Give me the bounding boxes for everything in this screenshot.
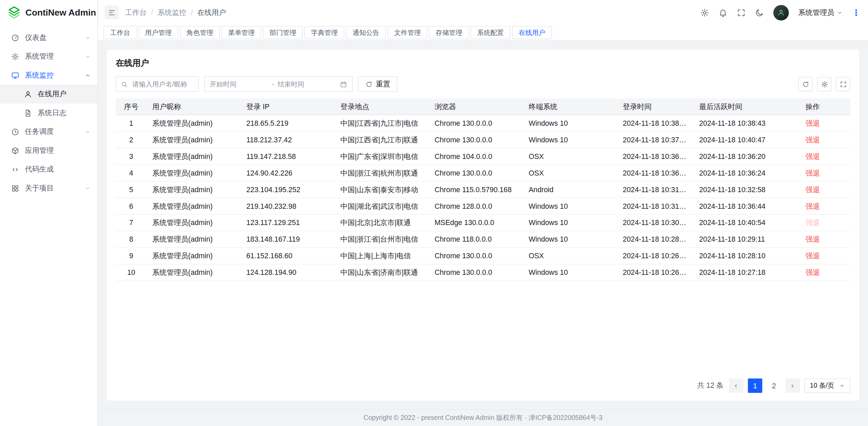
- sidebar-item-system-management[interactable]: 系统管理: [0, 47, 97, 66]
- sidebar-item-label: 代码生成: [25, 164, 54, 174]
- table-row: 9系统管理员(admin)61.152.168.60中国|上海|上海市|电信Ch…: [116, 248, 850, 264]
- login-location: 中国|上海|上海市|电信: [335, 248, 429, 264]
- settings-icon[interactable]: [700, 8, 709, 17]
- last-active-time: 2024-11-18 10:36:44: [694, 198, 800, 215]
- sidebar-item-about-project[interactable]: 关于项目: [0, 179, 97, 198]
- prev-page-button[interactable]: [729, 379, 743, 393]
- tab-9[interactable]: 系统配置: [471, 26, 511, 39]
- last-active-time: 2024-11-18 10:36:20: [694, 148, 800, 165]
- box-icon: [11, 146, 19, 155]
- tab-1[interactable]: 用户管理: [138, 26, 178, 39]
- table-settings-button[interactable]: [817, 77, 831, 91]
- breadcrumb: 工作台 / 系统监控 / 在线用户: [125, 7, 226, 17]
- table-row: 10系统管理员(admin)124.128.194.90中国|山东省|济南市|联…: [116, 264, 850, 281]
- chevron-icon: [85, 129, 91, 135]
- force-logout-link[interactable]: 强退: [806, 185, 820, 193]
- force-logout-link[interactable]: 强退: [806, 268, 820, 276]
- dark-mode-moon-icon[interactable]: [755, 8, 764, 17]
- date-range-picker[interactable]: 开始时间 - 结束时间: [204, 76, 353, 92]
- refresh-icon: [802, 81, 809, 88]
- os: OSX: [523, 248, 617, 264]
- sidebar-item-system-log[interactable]: 系统日志: [0, 103, 97, 122]
- user-nickname: 系统管理员(admin): [147, 165, 241, 181]
- force-logout-link[interactable]: 强退: [806, 251, 820, 260]
- tab-7[interactable]: 文件管理: [388, 26, 428, 39]
- user-nickname: 系统管理员(admin): [147, 131, 241, 148]
- user-nickname: 系统管理员(admin): [147, 198, 241, 215]
- code-icon: [11, 165, 19, 173]
- login-ip: 61.152.168.60: [241, 248, 335, 264]
- avatar[interactable]: [773, 5, 789, 20]
- tab-bar: 工作台用户管理角色管理菜单管理部门管理字典管理通知公告文件管理存储管理系统配置在…: [98, 25, 868, 41]
- row-index: 9: [116, 248, 146, 264]
- chevron-left-icon: [733, 383, 739, 389]
- table-row: 1系统管理员(admin)218.65.5.219中国|江西省|九江市|电信Ch…: [116, 115, 850, 131]
- login-time: 2024-11-18 10:30:47: [617, 215, 693, 231]
- table-fullscreen-button[interactable]: [836, 77, 850, 91]
- sidebar-item-task-schedule[interactable]: 任务调度: [0, 122, 97, 141]
- sidebar-item-code-generation[interactable]: 代码生成: [0, 160, 97, 179]
- tab-10[interactable]: 在线用户: [512, 26, 552, 39]
- search-icon: [121, 81, 128, 88]
- force-logout-link[interactable]: 强退: [806, 152, 820, 160]
- notification-bell-icon[interactable]: [718, 8, 727, 17]
- chevron-icon: [85, 185, 91, 191]
- force-logout-link[interactable]: 强退: [806, 135, 820, 143]
- pagination-total: 共 12 条: [697, 381, 724, 390]
- reset-button[interactable]: 重置: [358, 76, 397, 92]
- fullscreen-icon[interactable]: [737, 8, 746, 17]
- page-button-2[interactable]: 2: [767, 379, 781, 393]
- login-ip: 183.148.167.119: [241, 231, 335, 248]
- os: Windows 10: [523, 198, 617, 215]
- force-logout-link[interactable]: 强退: [806, 119, 820, 127]
- breadcrumb-item[interactable]: 系统监控: [158, 7, 186, 17]
- breadcrumb-item[interactable]: 工作台: [125, 7, 147, 17]
- login-location: 中国|广东省|深圳市|电信: [335, 148, 429, 165]
- sidebar-item-online-user[interactable]: 在线用户: [0, 85, 97, 104]
- app-logo[interactable]: ContiNew Admin: [0, 0, 97, 25]
- browser: Chrome 130.0.0.0: [429, 264, 523, 281]
- table-row: 8系统管理员(admin)183.148.167.119中国|浙江省|台州市|电…: [116, 231, 850, 248]
- sidebar-item-system-monitor[interactable]: 系统监控: [0, 66, 97, 85]
- sidebar-collapse-button[interactable]: [105, 5, 119, 19]
- tab-8[interactable]: 存储管理: [429, 26, 469, 39]
- page-title: 在线用户: [116, 58, 850, 68]
- force-logout-link[interactable]: 强退: [806, 235, 820, 243]
- login-location: 中国|山东省|泰安市|移动: [335, 181, 429, 198]
- continew-logo-icon: [7, 5, 21, 19]
- login-location: 中国|山东省|济南市|联通: [335, 264, 429, 281]
- tab-2[interactable]: 角色管理: [180, 26, 220, 39]
- table-row: 4系统管理员(admin)124.90.42.226中国|浙江省|杭州市|联通C…: [116, 165, 850, 181]
- table-refresh-button[interactable]: [798, 77, 812, 91]
- next-page-button[interactable]: [786, 379, 800, 393]
- clock-icon: [11, 127, 19, 136]
- page-size-select[interactable]: 10 条/页: [804, 379, 850, 393]
- force-logout-link[interactable]: 强退: [806, 168, 820, 177]
- tab-6[interactable]: 通知公告: [346, 26, 386, 39]
- tab-5[interactable]: 字典管理: [304, 26, 344, 39]
- login-ip: 123.117.129.251: [241, 215, 335, 231]
- user-menu[interactable]: 系统管理员: [798, 7, 843, 17]
- table-header-row: 序号用户昵称登录 IP登录地点浏览器终端系统登录时间最后活跃时间操作: [116, 99, 850, 115]
- page-button-1[interactable]: 1: [748, 379, 762, 393]
- calendar-icon: [340, 81, 347, 88]
- chevron-right-icon: [790, 383, 796, 389]
- row-index: 3: [116, 148, 146, 165]
- login-time: 2024-11-18 10:26:44: [617, 248, 693, 264]
- user-nickname: 系统管理员(admin): [147, 115, 241, 131]
- browser: Chrome 130.0.0.0: [429, 248, 523, 264]
- tab-4[interactable]: 部门管理: [263, 26, 303, 39]
- gear-icon: [11, 52, 19, 60]
- last-active-time: 2024-11-18 10:40:54: [694, 215, 800, 231]
- tab-3[interactable]: 菜单管理: [221, 26, 261, 39]
- app-title: ContiNew Admin: [25, 7, 96, 17]
- column-header: 浏览器: [429, 99, 523, 115]
- search-input[interactable]: [131, 80, 194, 88]
- sidebar-item-app-management[interactable]: 应用管理: [0, 141, 97, 160]
- more-actions-icon[interactable]: ⋮: [852, 8, 860, 16]
- force-logout-link[interactable]: 强退: [806, 218, 820, 226]
- login-time: 2024-11-18 10:36:15: [617, 148, 693, 165]
- sidebar-item-dashboard[interactable]: 仪表盘: [0, 28, 97, 47]
- tab-0[interactable]: 工作台: [103, 26, 137, 39]
- force-logout-link[interactable]: 强退: [806, 202, 820, 210]
